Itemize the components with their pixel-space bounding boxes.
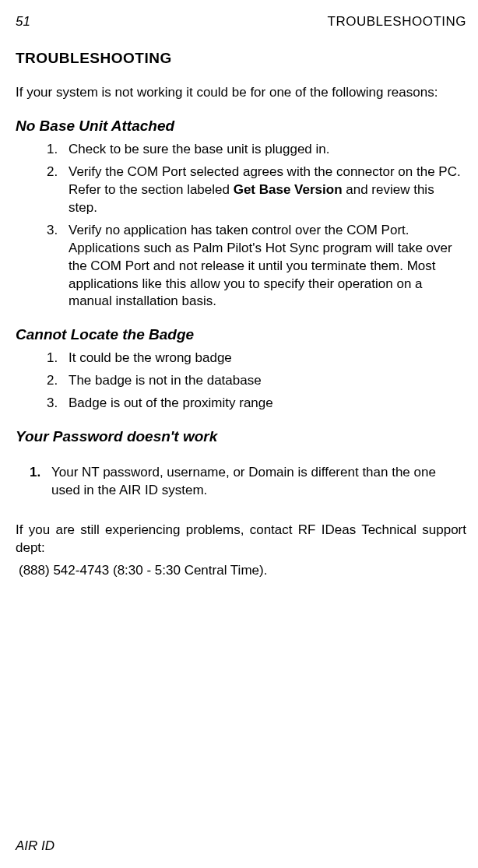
item-number: 2. xyxy=(47,163,58,181)
list-item: 1. Your NT password, username, or Domain… xyxy=(30,464,466,500)
item-text: The badge is not in the database xyxy=(69,373,262,388)
phone-line: (888) 542-4743 (8:30 - 5:30 Central Time… xyxy=(16,562,466,580)
header-title: TROUBLESHOOTING xyxy=(328,14,466,30)
list-item: 3. Badge is out of the proximity range xyxy=(47,395,466,413)
item-text: Badge is out of the proximity range xyxy=(69,395,273,410)
item-number: 2. xyxy=(47,372,58,390)
item-text: It could be the wrong badge xyxy=(69,350,232,365)
list-item: 3. Verify no application has taken contr… xyxy=(47,222,466,311)
page-header: 51 TROUBLESHOOTING xyxy=(16,14,466,30)
item-number: 1. xyxy=(47,141,58,159)
section2-list: 1. It could be the wrong badge 2. The ba… xyxy=(16,350,466,413)
section1-list: 1. Check to be sure the base unit is plu… xyxy=(16,141,466,311)
item-text: Verify no application has taken control … xyxy=(69,223,452,309)
closing-paragraph: If you are still experiencing problems, … xyxy=(16,522,466,557)
page-number: 51 xyxy=(16,14,30,30)
list-item: 1. It could be the wrong badge xyxy=(47,350,466,367)
intro-paragraph: If your system is not working it could b… xyxy=(16,84,466,102)
item-number: 3. xyxy=(47,222,58,240)
list-item: 2. The badge is not in the database xyxy=(47,372,466,390)
item-number: 1. xyxy=(30,464,40,482)
section1-title: No Base Unit Attached xyxy=(16,118,466,135)
main-title: TROUBLESHOOTING xyxy=(16,50,466,67)
section2-title: Cannot Locate the Badge xyxy=(16,326,466,343)
footer-text: AIR ID xyxy=(16,838,54,854)
list-item: 2. Verify the COM Port selected agrees w… xyxy=(47,163,466,217)
item-number: 1. xyxy=(47,350,58,367)
list-item: 1. Check to be sure the base unit is plu… xyxy=(47,141,466,159)
item-text: Your NT password, username, or Domain is… xyxy=(51,465,436,497)
item-text-bold: Get Base Version xyxy=(234,182,343,197)
section3-title: Your Password doesn't work xyxy=(16,428,466,445)
section3-list: 1. Your NT password, username, or Domain… xyxy=(16,464,466,500)
item-text: Check to be sure the base unit is plugge… xyxy=(69,142,330,156)
item-number: 3. xyxy=(47,395,58,413)
